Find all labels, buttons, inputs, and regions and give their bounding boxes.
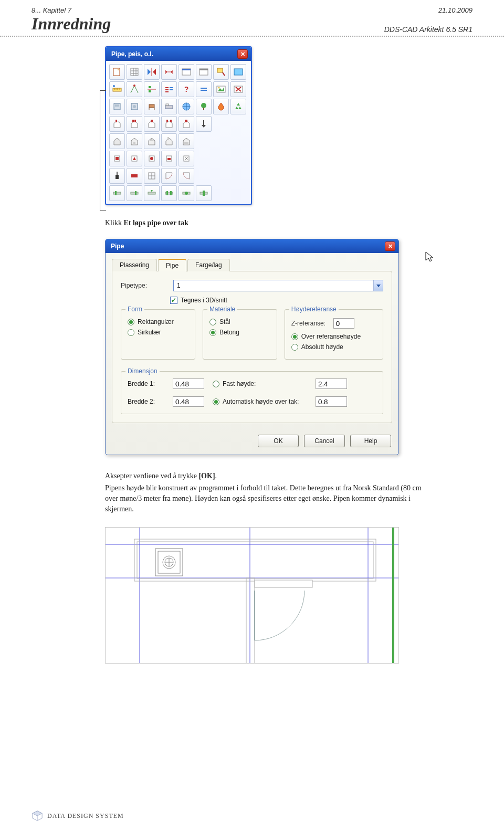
tool-chimney5-icon[interactable] (178, 116, 194, 132)
svg-rect-95 (255, 580, 312, 587)
svg-rect-69 (148, 192, 155, 194)
tool-fireplace5-icon[interactable] (178, 151, 194, 166)
toolbox-spacer (196, 151, 212, 166)
tool-redtag-icon[interactable] (127, 168, 142, 184)
tool-pipe3-icon[interactable] (144, 185, 160, 201)
bredde2-input[interactable] (173, 396, 204, 407)
tool-picture-icon[interactable] (213, 81, 229, 97)
close-icon[interactable]: ✕ (385, 241, 395, 251)
tool-pipe6-icon[interactable] (196, 185, 212, 201)
tool-house1-icon[interactable] (109, 133, 125, 149)
svg-rect-9 (200, 69, 208, 70)
tool-stove-icon[interactable] (109, 168, 125, 184)
tool-chair-icon[interactable] (144, 99, 160, 114)
paragraph-text: . (215, 472, 217, 480)
tool-globe-icon[interactable] (178, 99, 194, 114)
tool-equals-icon[interactable] (196, 81, 212, 97)
svg-rect-66 (115, 191, 117, 195)
tool-pipe1-icon[interactable] (109, 185, 125, 201)
radio-auto-hoyde[interactable] (213, 398, 219, 405)
help-button[interactable]: Help (350, 435, 391, 447)
tool-new-icon[interactable] (109, 64, 125, 80)
tool-align-icon[interactable] (144, 81, 160, 97)
tool-house4-icon[interactable] (161, 133, 177, 149)
tool-arrow-down-icon[interactable] (196, 116, 212, 132)
tool-bed-icon[interactable] (161, 99, 177, 114)
svg-point-18 (218, 87, 220, 89)
svg-rect-12 (113, 88, 121, 91)
tool-fire-icon[interactable] (213, 99, 229, 114)
bredde1-input[interactable] (173, 378, 204, 389)
pipetype-combo[interactable]: 1 (173, 280, 383, 291)
toolbox-spacer (213, 116, 229, 132)
tab-plassering[interactable]: Plassering (112, 259, 157, 271)
svg-marker-70 (151, 190, 153, 192)
auto-hoyde-input[interactable] (316, 396, 347, 407)
tool-help-icon[interactable]: ? (178, 81, 194, 97)
tool-window1-icon[interactable] (178, 64, 194, 80)
tool-recycle-icon[interactable] (230, 99, 246, 114)
svg-marker-43 (114, 138, 120, 145)
tool-chimney1-icon[interactable] (109, 116, 125, 132)
toolbox-spacer (230, 168, 246, 184)
ok-hint: [OK] (198, 472, 215, 480)
radio-betong-label: Betong (219, 329, 239, 336)
tool-grid-icon[interactable] (127, 64, 142, 80)
tool-house5-icon[interactable] (178, 133, 194, 149)
tool-fireplace3-icon[interactable] (144, 151, 160, 166)
svg-marker-2 (148, 69, 151, 75)
tool-chimney2-icon[interactable] (127, 116, 142, 132)
zref-input[interactable] (333, 318, 354, 329)
tool-appliance1-icon[interactable] (109, 99, 125, 114)
tab-farge-lag[interactable]: Farge/lag (187, 259, 230, 271)
radio-fast-hoyde[interactable] (213, 381, 219, 387)
radio-rektangular[interactable] (128, 319, 134, 325)
radio-stal[interactable] (209, 319, 216, 325)
cancel-button[interactable]: Cancel (304, 435, 345, 447)
radio-abs-hoyde[interactable] (291, 344, 298, 351)
tool-quarter2-icon[interactable] (178, 168, 194, 184)
tool-fireplace2-icon[interactable] (127, 151, 142, 166)
tool-fireplace4-icon[interactable] (161, 151, 177, 166)
tool-appliance2-icon[interactable] (127, 99, 142, 114)
svg-rect-77 (203, 191, 205, 196)
tool-chimney4-icon[interactable] (161, 116, 177, 132)
tool-quarter1-icon[interactable] (161, 168, 177, 184)
ok-button[interactable]: OK (258, 435, 299, 447)
tool-pipe5-icon[interactable] (178, 185, 194, 201)
svg-rect-29 (203, 108, 204, 110)
tab-pipe[interactable]: Pipe (158, 259, 186, 271)
svg-rect-39 (170, 120, 172, 122)
tool-fireplace1-icon[interactable] (109, 151, 125, 166)
tool-window2-icon[interactable] (196, 64, 212, 80)
tool-label-icon[interactable] (213, 64, 229, 80)
tegnes-checkbox[interactable]: ✓ (170, 297, 177, 304)
svg-rect-25 (165, 106, 173, 109)
tool-ruler-icon[interactable] (109, 81, 125, 97)
tool-snap-icon[interactable] (127, 81, 142, 97)
fast-hoyde-input[interactable] (316, 378, 347, 389)
tool-pipe4-icon[interactable] (161, 185, 177, 201)
tool-mirror-icon[interactable] (144, 64, 160, 80)
tool-dimension-icon[interactable] (161, 64, 177, 80)
tool-hatch-icon[interactable] (161, 81, 177, 97)
legend-materiale: Materiale (207, 306, 237, 313)
radio-betong[interactable] (209, 329, 216, 336)
tool-tree-icon[interactable] (196, 99, 212, 114)
tool-plan-icon[interactable] (144, 168, 160, 184)
radio-sirkular[interactable] (128, 329, 134, 336)
tool-pipe2-icon[interactable] (127, 185, 142, 201)
tool-chimney3-icon[interactable] (144, 116, 160, 132)
chevron-down-icon[interactable] (373, 280, 383, 291)
tool-house3-icon[interactable] (144, 133, 160, 149)
tool-layer-icon[interactable] (230, 64, 246, 80)
fieldset-hoyderef: Høydereferanse Z-referanse: Over referan… (285, 309, 383, 360)
app-version: DDS-CAD Arkitekt 6.5 SR1 (384, 25, 472, 34)
svg-rect-65 (113, 192, 121, 194)
tool-delete-icon[interactable] (230, 81, 246, 97)
radio-over-ref[interactable] (291, 333, 298, 340)
close-icon[interactable]: ✕ (237, 49, 248, 59)
svg-rect-31 (116, 120, 117, 122)
tool-house2-icon[interactable] (127, 133, 142, 149)
cube-icon (32, 810, 43, 822)
